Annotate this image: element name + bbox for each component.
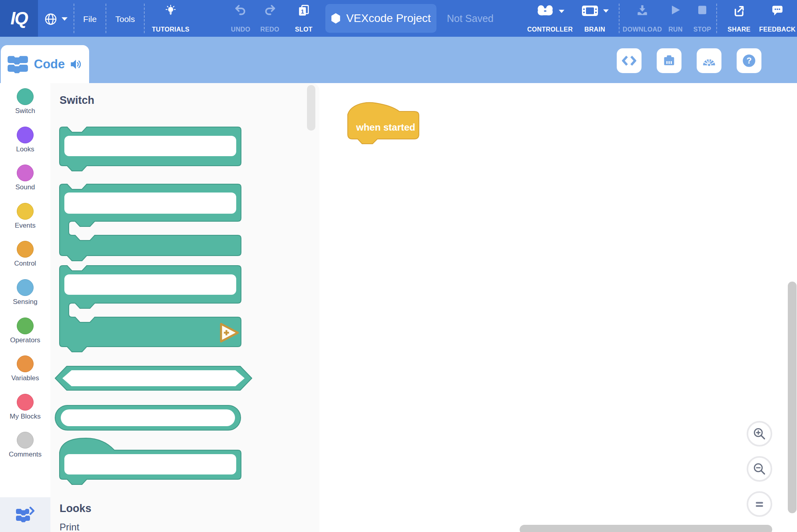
- chevron-down-icon: [62, 17, 68, 21]
- help-button[interactable]: ?: [737, 48, 761, 73]
- category-label: Switch: [15, 107, 35, 115]
- code-tab-label: Code: [34, 57, 65, 71]
- download-label: DOWNLOAD: [623, 26, 662, 33]
- logo-text: IQ: [10, 8, 27, 28]
- speaker-icon: [70, 59, 82, 70]
- undo-button[interactable]: UNDO: [226, 0, 255, 37]
- zoom-in-button[interactable]: [747, 421, 772, 447]
- download-button[interactable]: DOWNLOAD: [622, 0, 663, 37]
- controller-label: CONTROLLER: [527, 26, 573, 33]
- zoom-out-button[interactable]: [747, 456, 772, 482]
- sidebar-item-looks[interactable]: Looks: [0, 127, 50, 165]
- zoom-reset-icon: [753, 498, 766, 510]
- category-label: Events: [15, 222, 36, 230]
- chevron-down-icon: [603, 9, 609, 13]
- block-palette-flyout: Switch: [50, 83, 319, 532]
- zoom-out-icon: [753, 463, 766, 475]
- vex-iq-logo[interactable]: IQ: [0, 0, 38, 37]
- controller-button[interactable]: CONTROLLER: [527, 0, 573, 37]
- file-menu[interactable]: File: [74, 0, 106, 37]
- sidebar-item-control[interactable]: Control: [0, 241, 50, 279]
- run-label: RUN: [668, 26, 683, 33]
- slot-button[interactable]: 1 SLOT: [290, 0, 317, 37]
- controller-icon: [536, 5, 554, 18]
- sidebar-item-operators[interactable]: Operators: [0, 318, 50, 356]
- chevron-down-icon: [559, 10, 564, 13]
- tutorials-label: TUTORIALS: [152, 26, 189, 33]
- category-color-dot[interactable]: [17, 318, 34, 334]
- zoom-reset-button[interactable]: [747, 491, 772, 517]
- palette-block-stack[interactable]: [60, 127, 241, 172]
- vertical-scrollbar[interactable]: [788, 282, 797, 513]
- category-color-dot[interactable]: [17, 355, 34, 372]
- when-started-block[interactable]: when started: [348, 102, 420, 145]
- run-button[interactable]: RUN: [665, 0, 686, 37]
- redo-icon: [264, 5, 276, 15]
- feedback-label: FEEDBACK: [759, 26, 795, 33]
- language-menu[interactable]: [39, 0, 73, 37]
- redo-label: REDO: [260, 26, 279, 33]
- palette-block-c-extend[interactable]: [60, 266, 241, 353]
- sidebar-item-variables[interactable]: Variables: [0, 355, 50, 394]
- palette-block-boolean[interactable]: [55, 365, 252, 391]
- project-name: VEXcode Project: [346, 12, 431, 25]
- palette-section-switch: Switch: [60, 94, 94, 107]
- run-icon: [670, 5, 681, 15]
- category-label: Sound: [15, 183, 35, 191]
- text-code-view-button[interactable]: [617, 48, 642, 73]
- dashboard-button[interactable]: [697, 48, 721, 73]
- category-color-dot[interactable]: [17, 165, 34, 181]
- palette-block-c[interactable]: [60, 184, 241, 262]
- sidebar-item-sound[interactable]: Sound: [0, 165, 50, 203]
- category-label: Control: [14, 260, 36, 268]
- category-color-dot[interactable]: [17, 127, 34, 143]
- project-name-button[interactable]: VEXcode Project: [325, 4, 436, 33]
- slot-icon: 1: [298, 5, 309, 16]
- category-color-dot[interactable]: [17, 394, 34, 411]
- vexcode-app: IQ File Tools: [0, 0, 797, 532]
- toolbar-divider: [716, 4, 717, 33]
- svg-text:?: ?: [746, 56, 751, 66]
- device-ports-button[interactable]: [657, 48, 681, 73]
- save-status: Not Saved: [447, 0, 494, 37]
- zoom-in-icon: [753, 427, 766, 440]
- category-label: Comments: [9, 451, 42, 459]
- sidebar-item-switch[interactable]: Switch: [0, 88, 50, 127]
- undo-icon: [235, 5, 247, 15]
- category-label: Operators: [10, 336, 40, 344]
- feedback-icon: [771, 5, 783, 16]
- tools-menu-label: Tools: [115, 14, 135, 24]
- toggle-flyout-button[interactable]: [0, 497, 50, 532]
- sidebar-item-my-blocks[interactable]: My Blocks: [0, 394, 50, 432]
- stop-button[interactable]: STOP: [691, 0, 714, 37]
- stop-icon: [697, 5, 707, 15]
- blocks-icon: [8, 55, 29, 73]
- share-button[interactable]: SHARE: [722, 0, 756, 37]
- code-tab[interactable]: Code: [1, 45, 89, 83]
- tutorials-button[interactable]: TUTORIALS: [145, 0, 197, 37]
- palette-block-reporter[interactable]: [55, 405, 241, 431]
- when-started-label: when started: [356, 122, 416, 133]
- palette-block-hat[interactable]: [60, 438, 241, 485]
- sidebar-item-comments[interactable]: Comments: [0, 432, 50, 470]
- redo-button[interactable]: REDO: [257, 0, 283, 37]
- category-label: Sensing: [13, 298, 37, 306]
- stop-label: STOP: [693, 26, 711, 33]
- feedback-button[interactable]: FEEDBACK: [759, 0, 796, 37]
- category-color-dot[interactable]: [17, 241, 34, 258]
- flyout-scrollbar[interactable]: [307, 85, 315, 131]
- category-color-dot[interactable]: [17, 88, 34, 105]
- brain-button[interactable]: BRAIN: [575, 0, 615, 37]
- category-color-dot[interactable]: [17, 203, 34, 220]
- palette-section-looks: Looks: [60, 502, 92, 515]
- undo-label: UNDO: [231, 26, 250, 33]
- tools-menu[interactable]: Tools: [106, 0, 144, 37]
- category-color-dot[interactable]: [17, 432, 34, 449]
- horizontal-scrollbar[interactable]: [520, 525, 772, 532]
- sidebar-item-events[interactable]: Events: [0, 203, 50, 241]
- gauge-icon: [701, 55, 717, 67]
- workspace-canvas[interactable]: when started: [319, 83, 797, 532]
- sidebar-item-sensing[interactable]: Sensing: [0, 279, 50, 318]
- category-color-dot[interactable]: [17, 279, 34, 296]
- blocks-chevron-icon: [16, 506, 35, 523]
